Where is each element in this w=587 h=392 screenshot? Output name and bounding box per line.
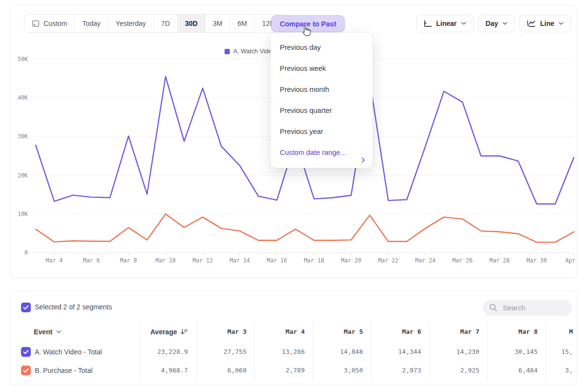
- date-value: 3,: [565, 365, 573, 376]
- menu-item-previous-week[interactable]: Previous week: [271, 58, 372, 79]
- column-separator: [197, 322, 197, 381]
- range-today[interactable]: Today: [75, 15, 108, 32]
- range-label: Custom: [44, 20, 67, 27]
- x-axis-tick-label: Apr 1: [565, 257, 577, 264]
- average-value: 4,968.7: [161, 365, 188, 376]
- event-column-header[interactable]: Event: [34, 326, 61, 338]
- column-separator: [254, 322, 255, 381]
- chart-type-dropdown-button[interactable]: Line: [519, 15, 571, 32]
- compare-to-past-button[interactable]: Compare to Past: [271, 15, 345, 32]
- range-label: 6M: [237, 20, 247, 27]
- range-7d[interactable]: 7D: [154, 15, 178, 32]
- x-axis-tick-label: Mar 24: [415, 257, 436, 264]
- compare-to-past-menu: Previous dayPrevious weekPrevious monthP…: [271, 32, 373, 168]
- range-3m[interactable]: 3M: [205, 15, 230, 32]
- date-value: 2,789: [286, 365, 305, 376]
- column-separator: [429, 322, 429, 381]
- date-value: 14,230: [456, 346, 479, 358]
- menu-item-custom-date-range[interactable]: Custom date range...: [271, 142, 372, 163]
- interval-dropdown-button[interactable]: Day: [478, 15, 515, 32]
- segment-search[interactable]: [483, 300, 572, 316]
- check-icon: [23, 349, 29, 354]
- y-axis-tick-label: 10K: [18, 211, 28, 218]
- range-6m[interactable]: 6M: [230, 15, 254, 32]
- average-value: 23,228.9: [157, 346, 188, 358]
- search-icon: [489, 304, 497, 312]
- y-axis-tick-label: 30K: [18, 133, 28, 140]
- date-column-header: Mar 3: [227, 326, 247, 338]
- segments-table-card: Selected 2 of 2 segments Event Average M…: [10, 291, 577, 385]
- range-label: 30D: [185, 20, 198, 27]
- x-axis-tick-label: Mar 20: [341, 257, 361, 264]
- date-column-header: Mar 6: [402, 326, 421, 338]
- compare-to-past-label: Compare to Past: [280, 20, 336, 28]
- chevron-down-icon: [56, 330, 61, 333]
- date-column-header: M: [569, 326, 573, 338]
- date-value: 3,050: [344, 365, 363, 376]
- check-icon: [23, 368, 29, 373]
- x-axis-tick-label: Mar 16: [267, 257, 287, 264]
- selected-segments-summary: Selected 2 of 2 segments: [35, 303, 112, 311]
- menu-item-previous-month[interactable]: Previous month: [271, 79, 372, 100]
- date-value: 15,: [562, 346, 573, 358]
- x-axis-tick-label: Mar 28: [490, 257, 510, 264]
- x-axis-tick-label: Mar 18: [304, 257, 324, 264]
- scale-dropdown-button[interactable]: Linear: [416, 15, 474, 32]
- range-label: Yesterday: [116, 20, 146, 27]
- y-axis-tick-label: 40K: [18, 94, 28, 101]
- x-axis-tick-label: Mar 22: [378, 257, 399, 264]
- menu-item-previous-day[interactable]: Previous day: [271, 37, 372, 58]
- date-value: 27,755: [224, 346, 247, 358]
- column-separator: [140, 322, 140, 381]
- menu-item-previous-quarter[interactable]: Previous quarter: [271, 100, 372, 121]
- range-label: 7D: [161, 20, 170, 27]
- custom-date-range-label: Custom date range...: [280, 149, 346, 156]
- segment-checkbox[interactable]: [21, 366, 31, 375]
- date-value: 13,286: [282, 346, 305, 358]
- chart-type-dropdown-label: Line: [540, 20, 554, 27]
- segment-checkbox[interactable]: [21, 347, 31, 357]
- interval-dropdown-label: Day: [486, 20, 498, 27]
- date-value: 6,060: [227, 365, 247, 376]
- chevron-right-icon: [361, 150, 365, 171]
- column-separator: [313, 322, 313, 381]
- x-axis-tick-label: Mar 26: [452, 257, 473, 264]
- menu-item-previous-year[interactable]: Previous year: [271, 121, 372, 142]
- linear-scale-icon: [424, 20, 432, 27]
- average-column-header[interactable]: Average: [150, 326, 188, 338]
- date-value: 2,973: [402, 365, 421, 376]
- y-axis-tick-label: 50K: [18, 56, 28, 63]
- x-axis-tick-label: Mar 14: [229, 257, 250, 264]
- event-header-label: Event: [34, 326, 52, 338]
- range-yesterday[interactable]: Yesterday: [109, 15, 154, 32]
- date-value: 2,925: [460, 365, 479, 376]
- y-axis-tick-label: 0: [24, 249, 28, 256]
- select-all-checkbox[interactable]: [21, 303, 31, 312]
- chevron-down-icon: [559, 22, 564, 25]
- chevron-down-icon: [461, 22, 466, 25]
- date-column-header: Mar 7: [460, 326, 479, 338]
- date-column-header: Mar 8: [519, 326, 538, 338]
- date-column-header: Mar 5: [344, 326, 363, 338]
- series-b-line[interactable]: [36, 214, 574, 242]
- search-input[interactable]: [502, 304, 565, 312]
- x-axis-tick-label: Mar 12: [193, 257, 213, 264]
- range-custom[interactable]: Custom: [24, 15, 75, 32]
- date-value: 6,484: [519, 365, 538, 376]
- chart-display-controls: Linear Day Line: [416, 15, 571, 32]
- sort-descending-icon: [181, 329, 188, 335]
- y-axis-tick-label: 20K: [18, 172, 28, 179]
- range-30d[interactable]: 30D: [178, 15, 205, 32]
- range-label: Today: [82, 20, 100, 27]
- date-value: 14,848: [340, 346, 363, 358]
- column-separator: [487, 322, 488, 381]
- x-axis-tick-label: Mar 30: [526, 257, 547, 264]
- segment-row-label: A. Watch Video - Total: [35, 346, 102, 358]
- calendar-icon: [32, 20, 40, 27]
- x-axis-tick-label: Mar 6: [83, 257, 100, 264]
- x-axis-tick-label: Mar 10: [156, 257, 176, 264]
- date-value: 14,344: [398, 346, 421, 358]
- range-label: 3M: [213, 20, 222, 27]
- line-chart-icon: [527, 20, 536, 27]
- segment-row-label: B. Purchase - Total: [35, 365, 92, 376]
